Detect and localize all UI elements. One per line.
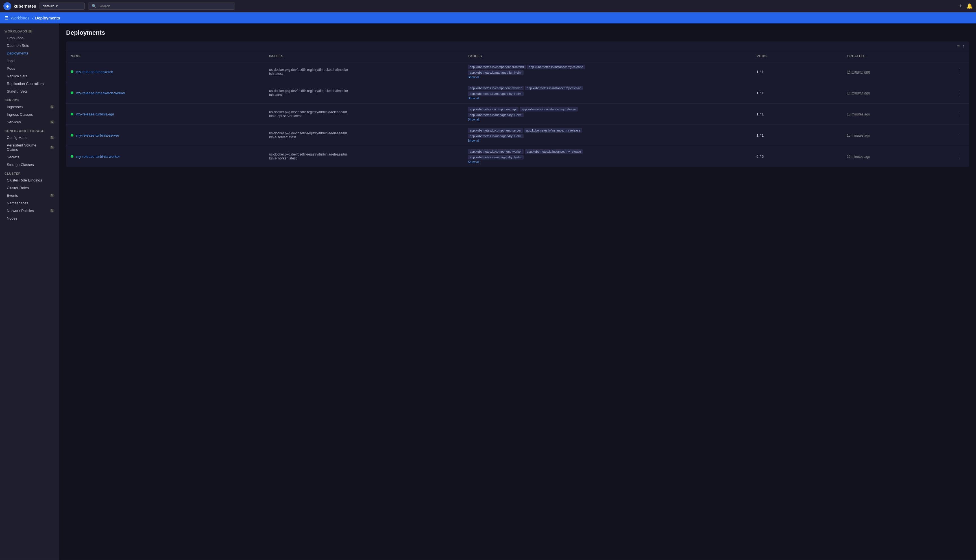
sidebar-item-label-stateful-sets: Stateful Sets — [7, 89, 28, 93]
table-row: my-release-timesketch-worker us-docker.p… — [66, 82, 969, 103]
sidebar-item-deployments[interactable]: Deployments — [0, 49, 59, 57]
sidebar-item-label-jobs: Jobs — [7, 59, 14, 63]
global-search-bar[interactable]: 🔍 — [88, 3, 235, 10]
sidebar-item-events[interactable]: EventsN — [0, 192, 59, 199]
deployment-link-3[interactable]: my-release-turbinia-server — [76, 133, 119, 137]
status-dot-3 — [71, 134, 73, 137]
sidebar-item-ingresses[interactable]: IngressesN — [0, 103, 59, 111]
deployment-link-0[interactable]: my-release-timesketch — [76, 70, 113, 74]
pods-count-2: 1 / 1 — [757, 112, 764, 116]
sidebar-item-network-policies[interactable]: Network PoliciesN — [0, 207, 59, 215]
table-row: my-release-turbinia-worker us-docker.pkg… — [66, 146, 969, 167]
labels-cell-2: app.kubernetes.io/component: apiapp.kube… — [468, 107, 586, 117]
breadcrumb-current-page: Deployments — [35, 16, 60, 20]
status-dot-1 — [71, 92, 73, 94]
labels-cell-1: app.kubernetes.io/component: workerapp.k… — [468, 86, 586, 96]
sidebar-item-persistent-volume-claims[interactable]: Persistent Volume ClaimsN — [0, 142, 59, 153]
sidebar-item-services[interactable]: ServicesN — [0, 118, 59, 126]
sidebar-item-label-deployments: Deployments — [7, 51, 28, 55]
namespace-selector[interactable]: default ▾ — [40, 3, 85, 10]
show-all-labels-1[interactable]: Show all — [468, 97, 747, 100]
label-badge: app.kubernetes.io/component: frontend — [468, 65, 526, 69]
sidebar-item-cron-jobs[interactable]: Cron Jobs — [0, 34, 59, 42]
col-header-name[interactable]: Name — [66, 52, 265, 61]
col-header-images[interactable]: Images — [265, 52, 463, 61]
page-title: Deployments — [66, 29, 969, 37]
sidebar-section-cluster: Cluster — [0, 168, 59, 177]
col-header-created[interactable]: Created ↑ — [842, 52, 951, 61]
table-row: my-release-turbinia-server us-docker.pkg… — [66, 125, 969, 146]
label-badge: app.kubernetes.io/managed-by: Helm — [468, 92, 523, 96]
sidebar-item-daemon-sets[interactable]: Daemon Sets — [0, 42, 59, 49]
breadcrumb-bar: ☰ Workloads › Deployments — [0, 12, 976, 23]
sidebar-item-label-secrets: Secrets — [7, 155, 19, 159]
status-dot-0 — [71, 70, 73, 73]
sidebar-item-cluster-roles[interactable]: Cluster Roles — [0, 184, 59, 192]
show-all-labels-4[interactable]: Show all — [468, 160, 747, 163]
created-time-0: 15 minutes ago — [847, 70, 870, 74]
sidebar-item-ingress-classes[interactable]: Ingress Classes — [0, 111, 59, 118]
selected-namespace: default — [43, 4, 53, 8]
sidebar-item-replica-sets[interactable]: Replica Sets — [0, 72, 59, 80]
sidebar-item-label-ingress-classes: Ingress Classes — [7, 112, 33, 117]
search-input[interactable] — [98, 4, 231, 8]
more-actions-4[interactable]: ⋮ — [955, 152, 965, 160]
labels-cell-4: app.kubernetes.io/component: workerapp.k… — [468, 149, 586, 160]
sidebar-item-label-nodes: Nodes — [7, 216, 18, 220]
col-header-pods[interactable]: Pods — [752, 52, 843, 61]
label-badge: app.kubernetes.io/component: api — [468, 107, 519, 112]
table-row: my-release-timesketch us-docker.pkg.dev/… — [66, 61, 969, 82]
filter-icon[interactable]: ≡ — [957, 44, 959, 49]
kubernetes-logo-icon: ⎈ — [3, 2, 11, 10]
label-badge: app.kubernetes.io/managed-by: Helm — [468, 134, 523, 138]
show-all-labels-3[interactable]: Show all — [468, 139, 747, 142]
more-actions-3[interactable]: ⋮ — [955, 131, 965, 139]
sort-icon[interactable]: ↑ — [963, 44, 965, 49]
show-all-labels-0[interactable]: Show all — [468, 75, 747, 79]
sidebar-item-namespaces[interactable]: Namespaces — [0, 199, 59, 207]
sidebar-item-jobs[interactable]: Jobs — [0, 57, 59, 65]
more-actions-1[interactable]: ⋮ — [955, 89, 965, 97]
table-row: my-release-turbinia-api us-docker.pkg.de… — [66, 103, 969, 125]
more-actions-0[interactable]: ⋮ — [955, 68, 965, 76]
sidebar-item-storage-classes[interactable]: Storage Classes — [0, 161, 59, 168]
deployment-link-4[interactable]: my-release-turbinia-worker — [76, 154, 120, 158]
show-all-labels-2[interactable]: Show all — [468, 118, 747, 121]
label-badge: app.kubernetes.io/managed-by: Helm — [468, 155, 523, 160]
sidebar-item-label-services: Services — [7, 120, 21, 124]
sidebar-item-label-storage-classes: Storage Classes — [7, 163, 33, 167]
app-name: kubernetes — [13, 4, 36, 8]
label-badge: app.kubernetes.io/instance: my-release — [527, 65, 585, 69]
image-cell-2: us-docker.pkg.dev/osdfir-registry/turbin… — [269, 110, 348, 118]
breadcrumb-separator: › — [32, 16, 33, 20]
sidebar-section-workloads: WorkloadsN — [0, 26, 59, 34]
deployments-table: Name Images Labels Pods — [66, 52, 969, 167]
sidebar-item-stateful-sets[interactable]: Stateful Sets — [0, 88, 59, 95]
add-icon[interactable]: + — [959, 3, 962, 9]
hamburger-menu-icon[interactable]: ☰ — [5, 15, 8, 21]
sidebar-item-label-config-maps: Config Maps — [7, 135, 27, 140]
sidebar-item-pods[interactable]: Pods — [0, 65, 59, 72]
col-header-labels[interactable]: Labels — [463, 52, 752, 61]
sidebar-item-nodes[interactable]: Nodes — [0, 215, 59, 222]
label-badge: app.kubernetes.io/instance: my-release — [525, 149, 583, 154]
sidebar-item-config-maps[interactable]: Config MapsN — [0, 134, 59, 142]
labels-cell-3: app.kubernetes.io/component: serverapp.k… — [468, 128, 586, 138]
deployment-link-1[interactable]: my-release-timesketch-worker — [76, 91, 125, 95]
table-toolbar: ≡ ↑ — [66, 42, 969, 52]
sidebar-item-label-network-policies: Network Policies — [7, 208, 34, 213]
main-content: Deployments ≡ ↑ Name Images L — [59, 23, 976, 560]
image-cell-3: us-docker.pkg.dev/osdfir-registry/turbin… — [269, 131, 348, 139]
col-header-actions — [951, 52, 969, 61]
sidebar-item-label-persistent-volume-claims: Persistent Volume Claims — [7, 143, 48, 152]
sidebar-item-replication-controllers[interactable]: Replication Controllers — [0, 80, 59, 88]
sidebar-item-cluster-role-bindings[interactable]: Cluster Role Bindings — [0, 177, 59, 184]
sidebar-item-label-replica-sets: Replica Sets — [7, 74, 27, 78]
more-actions-2[interactable]: ⋮ — [955, 110, 965, 118]
sidebar-item-label-cluster-role-bindings: Cluster Role Bindings — [7, 178, 42, 182]
labels-cell-0: app.kubernetes.io/component: frontendapp… — [468, 65, 586, 75]
notification-icon[interactable]: 🔔 — [966, 3, 973, 9]
breadcrumb-parent-link[interactable]: Workloads — [11, 16, 29, 20]
deployment-link-2[interactable]: my-release-turbinia-api — [76, 112, 114, 116]
sidebar-item-secrets[interactable]: Secrets — [0, 153, 59, 161]
